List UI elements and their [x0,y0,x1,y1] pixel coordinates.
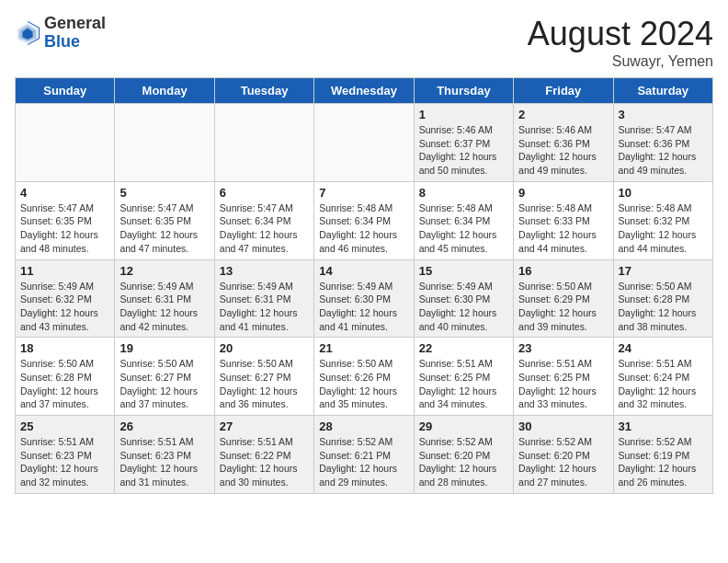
day-info: Sunrise: 5:51 AM Sunset: 6:25 PM Dayligh… [518,357,608,411]
day-number: 13 [220,264,309,278]
day-info: Sunrise: 5:48 AM Sunset: 6:33 PM Dayligh… [518,201,608,256]
day-info: Sunrise: 5:50 AM Sunset: 6:27 PM Dayligh… [119,357,209,411]
day-number: 10 [619,186,708,200]
day-number: 14 [319,264,408,278]
day-number: 11 [20,264,109,278]
calendar-day-cell: 14Sunrise: 5:49 AM Sunset: 6:30 PM Dayli… [314,259,414,338]
day-info: Sunrise: 5:52 AM Sunset: 6:21 PM Dayligh… [319,435,408,489]
day-info: Sunrise: 5:50 AM Sunset: 6:29 PM Dayligh… [518,280,608,334]
calendar-day-cell: 8Sunrise: 5:48 AM Sunset: 6:34 PM Daylig… [414,181,513,259]
calendar-day-cell [214,104,313,182]
calendar-day-cell: 21Sunrise: 5:50 AM Sunset: 6:26 PM Dayli… [314,338,414,416]
day-number: 16 [518,264,608,278]
calendar-day-cell: 18Sunrise: 5:50 AM Sunset: 6:28 PM Dayli… [16,338,115,416]
day-info: Sunrise: 5:50 AM Sunset: 6:28 PM Dayligh… [619,280,708,334]
logo-icon [15,20,40,46]
logo-text: General Blue [44,15,106,52]
day-info: Sunrise: 5:48 AM Sunset: 6:34 PM Dayligh… [419,201,508,256]
day-number: 29 [419,419,508,433]
calendar-day-cell: 9Sunrise: 5:48 AM Sunset: 6:33 PM Daylig… [514,181,613,259]
day-number: 9 [518,186,608,200]
day-number: 5 [119,186,209,200]
calendar-day-cell: 22Sunrise: 5:51 AM Sunset: 6:25 PM Dayli… [414,338,513,416]
day-of-week-header: Thursday [414,78,513,104]
calendar-header-row: SundayMondayTuesdayWednesdayThursdayFrid… [16,78,713,104]
day-info: Sunrise: 5:50 AM Sunset: 6:27 PM Dayligh… [220,357,309,411]
day-info: Sunrise: 5:49 AM Sunset: 6:30 PM Dayligh… [319,280,408,334]
day-number: 30 [518,419,608,433]
day-info: Sunrise: 5:50 AM Sunset: 6:26 PM Dayligh… [319,357,408,411]
day-number: 25 [20,419,109,433]
calendar-day-cell: 12Sunrise: 5:49 AM Sunset: 6:31 PM Dayli… [115,259,214,338]
day-info: Sunrise: 5:52 AM Sunset: 6:20 PM Dayligh… [419,435,508,489]
day-of-week-header: Friday [514,78,613,104]
day-number: 26 [119,419,209,433]
day-number: 17 [619,264,708,278]
month-year-title: August 2024 [528,15,713,53]
day-number: 1 [419,108,508,121]
day-number: 28 [319,419,408,433]
day-info: Sunrise: 5:51 AM Sunset: 6:24 PM Dayligh… [619,357,708,411]
day-number: 12 [119,264,209,278]
day-info: Sunrise: 5:49 AM Sunset: 6:30 PM Dayligh… [419,280,508,334]
calendar-day-cell: 7Sunrise: 5:48 AM Sunset: 6:34 PM Daylig… [314,181,414,259]
day-info: Sunrise: 5:51 AM Sunset: 6:23 PM Dayligh… [20,435,109,489]
calendar-day-cell: 6Sunrise: 5:47 AM Sunset: 6:34 PM Daylig… [214,181,313,259]
day-info: Sunrise: 5:48 AM Sunset: 6:32 PM Dayligh… [619,201,708,256]
calendar-day-cell [314,104,414,182]
day-number: 6 [220,186,309,200]
day-info: Sunrise: 5:48 AM Sunset: 6:34 PM Dayligh… [319,201,408,256]
calendar-day-cell: 11Sunrise: 5:49 AM Sunset: 6:32 PM Dayli… [16,259,115,338]
calendar-day-cell: 2Sunrise: 5:46 AM Sunset: 6:36 PM Daylig… [514,104,613,182]
calendar-day-cell: 10Sunrise: 5:48 AM Sunset: 6:32 PM Dayli… [613,181,712,259]
page-header: General Blue August 2024 Suwayr, Yemen [15,15,713,70]
calendar-day-cell: 1Sunrise: 5:46 AM Sunset: 6:37 PM Daylig… [414,104,513,182]
calendar-day-cell: 16Sunrise: 5:50 AM Sunset: 6:29 PM Dayli… [514,259,613,338]
calendar-day-cell: 24Sunrise: 5:51 AM Sunset: 6:24 PM Dayli… [613,338,712,416]
day-info: Sunrise: 5:49 AM Sunset: 6:32 PM Dayligh… [20,280,109,334]
day-number: 8 [419,186,508,200]
calendar-day-cell [16,104,115,182]
day-number: 21 [319,341,408,355]
day-info: Sunrise: 5:49 AM Sunset: 6:31 PM Dayligh… [220,280,309,334]
calendar-day-cell: 13Sunrise: 5:49 AM Sunset: 6:31 PM Dayli… [214,259,313,338]
logo: General Blue [15,15,106,52]
day-info: Sunrise: 5:51 AM Sunset: 6:25 PM Dayligh… [419,357,508,411]
day-info: Sunrise: 5:50 AM Sunset: 6:28 PM Dayligh… [20,357,109,411]
calendar-day-cell: 31Sunrise: 5:52 AM Sunset: 6:19 PM Dayli… [613,416,712,494]
day-number: 7 [319,186,408,200]
calendar-day-cell: 26Sunrise: 5:51 AM Sunset: 6:23 PM Dayli… [115,416,214,494]
day-info: Sunrise: 5:52 AM Sunset: 6:19 PM Dayligh… [619,435,708,489]
calendar-day-cell: 3Sunrise: 5:47 AM Sunset: 6:36 PM Daylig… [613,104,712,182]
day-info: Sunrise: 5:47 AM Sunset: 6:34 PM Dayligh… [220,201,309,256]
calendar-day-cell: 27Sunrise: 5:51 AM Sunset: 6:22 PM Dayli… [214,416,313,494]
calendar-day-cell: 5Sunrise: 5:47 AM Sunset: 6:35 PM Daylig… [115,181,214,259]
calendar-day-cell: 29Sunrise: 5:52 AM Sunset: 6:20 PM Dayli… [414,416,513,494]
calendar-day-cell: 30Sunrise: 5:52 AM Sunset: 6:20 PM Dayli… [514,416,613,494]
day-number: 15 [419,264,508,278]
day-number: 20 [220,341,309,355]
calendar-day-cell: 15Sunrise: 5:49 AM Sunset: 6:30 PM Dayli… [414,259,513,338]
calendar-week-row: 11Sunrise: 5:49 AM Sunset: 6:32 PM Dayli… [16,259,713,338]
calendar-week-row: 1Sunrise: 5:46 AM Sunset: 6:37 PM Daylig… [16,104,713,182]
day-of-week-header: Monday [115,78,214,104]
day-of-week-header: Wednesday [314,78,414,104]
day-number: 23 [518,341,608,355]
calendar-table: SundayMondayTuesdayWednesdayThursdayFrid… [15,77,713,494]
day-number: 27 [220,419,309,433]
calendar-day-cell: 20Sunrise: 5:50 AM Sunset: 6:27 PM Dayli… [214,338,313,416]
day-number: 31 [619,419,708,433]
calendar-day-cell: 25Sunrise: 5:51 AM Sunset: 6:23 PM Dayli… [16,416,115,494]
day-number: 22 [419,341,508,355]
calendar-day-cell: 17Sunrise: 5:50 AM Sunset: 6:28 PM Dayli… [613,259,712,338]
day-info: Sunrise: 5:47 AM Sunset: 6:35 PM Dayligh… [119,201,209,256]
logo-general-text: General [44,15,106,33]
title-block: August 2024 Suwayr, Yemen [528,15,713,70]
day-info: Sunrise: 5:46 AM Sunset: 6:36 PM Dayligh… [518,123,608,178]
day-of-week-header: Sunday [16,78,115,104]
day-info: Sunrise: 5:47 AM Sunset: 6:36 PM Dayligh… [619,123,708,178]
calendar-day-cell: 4Sunrise: 5:47 AM Sunset: 6:35 PM Daylig… [16,181,115,259]
day-info: Sunrise: 5:52 AM Sunset: 6:20 PM Dayligh… [518,435,608,489]
calendar-day-cell: 28Sunrise: 5:52 AM Sunset: 6:21 PM Dayli… [314,416,414,494]
day-info: Sunrise: 5:51 AM Sunset: 6:22 PM Dayligh… [220,435,309,489]
